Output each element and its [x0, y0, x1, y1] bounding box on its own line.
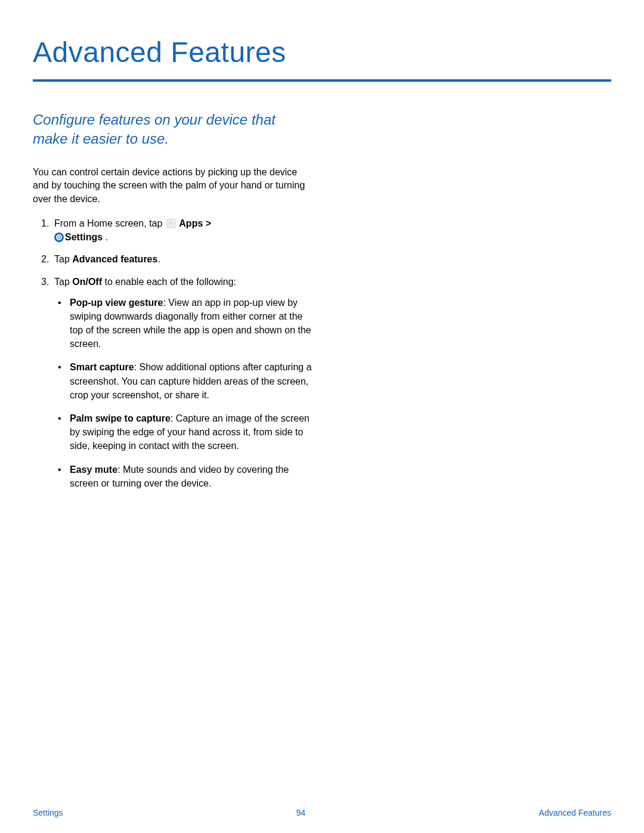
page-title: Advanced Features: [33, 36, 611, 69]
step-1: From a Home screen, tap Apps > Settings …: [45, 216, 313, 244]
feature-label: Easy mute: [70, 465, 117, 475]
steps-list: From a Home screen, tap Apps > Settings …: [33, 216, 313, 490]
footer-page-number: 94: [296, 808, 306, 817]
intro-paragraph: You can control certain device actions b…: [33, 166, 313, 206]
step-3-pre: Tap: [54, 277, 72, 287]
step-1-apps: Apps: [179, 218, 203, 228]
apps-icon: [166, 219, 175, 228]
list-item: Pop-up view gesture: View an app in pop-…: [66, 296, 313, 351]
step-1-pre: From a Home screen, tap: [54, 218, 165, 228]
step-2-end: .: [157, 254, 160, 264]
step-2-pre: Tap: [54, 254, 72, 264]
step-3-end: to enable each of the following:: [102, 277, 236, 287]
feature-label: Palm swipe to capture: [70, 413, 171, 423]
title-rule: [33, 79, 611, 82]
footer-left: Settings: [33, 808, 63, 817]
settings-icon: [54, 233, 64, 242]
page-footer: Settings 94 Advanced Features: [0, 808, 644, 817]
feature-label: Pop-up view gesture: [70, 298, 163, 308]
list-item: Smart capture: Show additional options a…: [66, 360, 313, 402]
step-2: Tap Advanced features.: [45, 252, 313, 266]
feature-label: Smart capture: [70, 362, 134, 372]
step-1-gt: >: [203, 218, 211, 228]
step-2-bold: Advanced features: [72, 254, 157, 264]
step-3-bold: On/Off: [72, 277, 102, 287]
step-1-end: .: [103, 232, 108, 242]
step-1-settings: Settings: [65, 232, 103, 242]
list-item: Easy mute: Mute sounds and video by cove…: [66, 463, 313, 490]
page-subtitle: Configure features on your device that m…: [33, 110, 313, 149]
list-item: Palm swipe to capture: Capture an image …: [66, 411, 313, 453]
footer-right: Advanced Features: [539, 808, 611, 817]
content-column: Configure features on your device that m…: [33, 110, 313, 490]
step-3: Tap On/Off to enable each of the followi…: [45, 275, 313, 490]
features-list: Pop-up view gesture: View an app in pop-…: [54, 296, 313, 490]
